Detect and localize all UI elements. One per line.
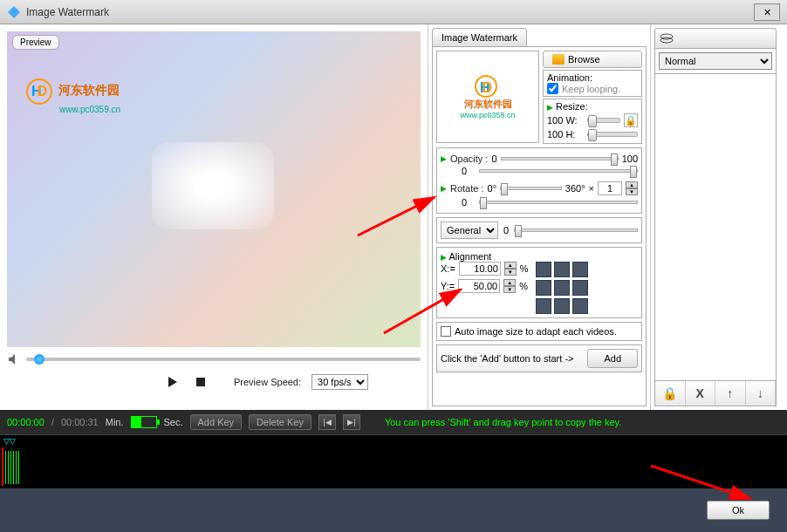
timeline-bar: 00:00:00 / 00:00:31 Min. Sec. Add Key De… bbox=[0, 410, 787, 434]
time-total: 00:00:31 bbox=[61, 417, 99, 427]
general-select[interactable]: General bbox=[441, 222, 498, 239]
settings-panel: Image Watermark 河东软件园 www.pc0359.cn Brow… bbox=[428, 24, 651, 410]
preview-label: Preview bbox=[12, 35, 59, 50]
browse-button[interactable]: Browse bbox=[543, 51, 642, 68]
general-value: 0 bbox=[503, 225, 509, 235]
app-icon bbox=[7, 5, 21, 19]
prev-key-button[interactable]: |◀ bbox=[318, 414, 336, 430]
expand-icon[interactable]: ▶ bbox=[441, 154, 447, 163]
rotate-count-input[interactable] bbox=[598, 181, 622, 195]
align-tr[interactable] bbox=[572, 262, 588, 277]
opacity-value: 0 bbox=[453, 166, 476, 176]
blend-mode-select[interactable]: Normal bbox=[659, 52, 772, 70]
window-title: Image Watermark bbox=[26, 6, 754, 18]
ok-button[interactable]: Ok bbox=[707, 501, 770, 520]
opacity-val-slider[interactable] bbox=[479, 169, 638, 173]
spin-up[interactable]: ▲ bbox=[626, 181, 638, 188]
svg-point-2 bbox=[660, 38, 673, 43]
align-mr[interactable] bbox=[572, 280, 588, 296]
animation-label: Animation: bbox=[547, 72, 638, 83]
lock-button[interactable]: 🔒 bbox=[655, 381, 686, 406]
opacity-slider[interactable] bbox=[501, 157, 619, 160]
spin-up[interactable]: ▲ bbox=[504, 262, 517, 269]
add-button[interactable]: Add bbox=[587, 349, 638, 368]
resize-h-slider[interactable] bbox=[587, 132, 638, 137]
layers-list[interactable] bbox=[654, 74, 777, 381]
align-br[interactable] bbox=[572, 298, 588, 314]
general-slider[interactable] bbox=[514, 228, 638, 232]
folder-icon bbox=[552, 54, 565, 65]
speed-label: Preview Speed: bbox=[234, 377, 301, 387]
timeline-hint: You can press 'Shift' and drag key point… bbox=[385, 417, 621, 427]
resize-w-slider[interactable] bbox=[587, 118, 620, 123]
alignment-grid bbox=[536, 262, 588, 314]
keep-looping-checkbox[interactable] bbox=[547, 83, 558, 94]
lock-icon[interactable]: 🔒 bbox=[624, 113, 638, 127]
expand-icon[interactable]: ▶ bbox=[547, 103, 553, 112]
move-up-button[interactable]: ↑ bbox=[715, 381, 746, 406]
spin-down[interactable]: ▼ bbox=[626, 188, 638, 195]
time-current: 00:00:00 bbox=[7, 417, 44, 427]
layers-panel: Normal 🔒 X ↑ ↓ bbox=[651, 24, 780, 410]
watermark-overlay: 河东软件园 www.pc0359.cn bbox=[26, 78, 120, 114]
settings-tab[interactable]: Image Watermark bbox=[432, 28, 527, 46]
stop-button[interactable] bbox=[192, 373, 209, 391]
battery-icon bbox=[131, 416, 157, 428]
expand-icon[interactable]: ▶ bbox=[441, 184, 447, 193]
keyframe-region[interactable] bbox=[5, 451, 19, 484]
seek-slider[interactable] bbox=[26, 353, 421, 365]
align-bl[interactable] bbox=[536, 298, 551, 314]
align-bc[interactable] bbox=[554, 298, 570, 314]
watermark-logo-icon bbox=[26, 78, 52, 105]
play-button[interactable] bbox=[164, 373, 181, 391]
svg-marker-0 bbox=[8, 6, 20, 18]
speed-select[interactable]: 30 fps/s bbox=[311, 374, 368, 390]
volume-icon[interactable] bbox=[7, 352, 21, 366]
timeline-marker[interactable]: ▽▽ bbox=[3, 437, 16, 446]
spin-down[interactable]: ▼ bbox=[503, 286, 516, 293]
expand-icon[interactable]: ▶ bbox=[441, 253, 447, 262]
delete-button[interactable]: X bbox=[686, 381, 716, 406]
layers-icon bbox=[659, 32, 674, 44]
delete-key-button[interactable]: Delete Key bbox=[249, 414, 311, 430]
preview-panel: Preview 河东软件园 www.pc0359.cn Preview Spee… bbox=[0, 24, 428, 410]
next-key-button[interactable]: ▶| bbox=[343, 414, 360, 430]
align-y-input[interactable] bbox=[458, 279, 500, 293]
align-tc[interactable] bbox=[554, 262, 570, 277]
auto-size-checkbox[interactable] bbox=[441, 326, 451, 337]
align-tl[interactable] bbox=[536, 262, 551, 277]
align-ml[interactable] bbox=[536, 280, 551, 296]
add-hint: Click the 'Add' button to start -> bbox=[441, 353, 573, 364]
rotate-value: 0 bbox=[453, 197, 476, 208]
spin-down[interactable]: ▼ bbox=[504, 269, 517, 276]
close-button[interactable]: ✕ bbox=[754, 3, 780, 21]
watermark-thumbnail: 河东软件园 www.pc0359.cn bbox=[436, 51, 539, 143]
video-preview[interactable]: 河东软件园 www.pc0359.cn bbox=[7, 31, 421, 347]
align-x-input[interactable] bbox=[459, 262, 501, 276]
move-down-button[interactable]: ↓ bbox=[746, 381, 777, 406]
add-key-button[interactable]: Add Key bbox=[190, 414, 243, 430]
timeline-track[interactable]: ▽▽ bbox=[0, 434, 787, 488]
rotate-val-slider[interactable] bbox=[479, 201, 638, 204]
align-mc[interactable] bbox=[554, 280, 570, 296]
playhead[interactable] bbox=[2, 447, 3, 486]
rotate-slider[interactable] bbox=[500, 187, 562, 190]
spin-up[interactable]: ▲ bbox=[503, 279, 516, 286]
